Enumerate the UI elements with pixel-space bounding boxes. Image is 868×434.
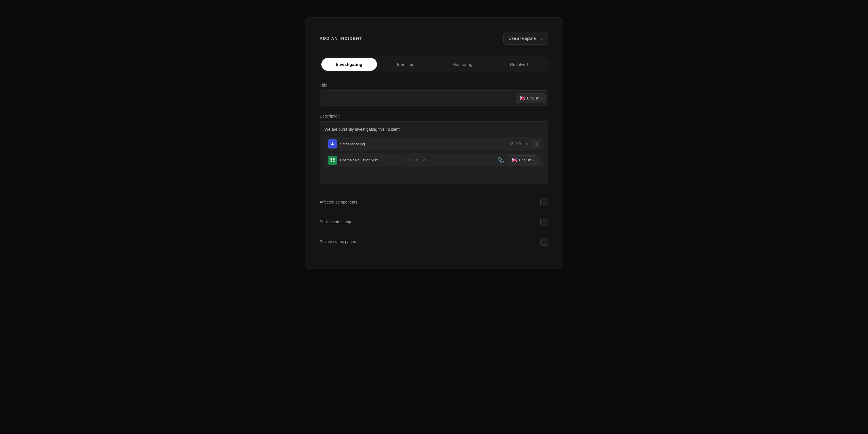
affected-components-row: Affected components [320, 192, 548, 212]
screenshot-file-size: 85.9KB [510, 142, 521, 146]
description-lang-selector[interactable]: 🇬🇧 English › [508, 155, 538, 165]
public-status-pages-label: Public status pages [320, 220, 354, 224]
tab-monitoring[interactable]: Monitoring [435, 58, 490, 71]
tab-resolved[interactable]: Resolved [491, 58, 547, 71]
modal-title: ADD AN INCIDENT [320, 36, 362, 41]
description-wrapper[interactable]: We are currently investigating this inci… [320, 121, 548, 184]
affected-components-toggle[interactable] [540, 198, 548, 206]
file-item-xlsx: Uptime calculation.xlsx 14.3KB × 📎 🇬🇧 En… [324, 153, 544, 167]
svg-rect-1 [331, 158, 332, 160]
tab-investigating[interactable]: Investigating [321, 58, 377, 71]
tab-identified[interactable]: Identified [378, 58, 434, 71]
svg-rect-3 [331, 160, 332, 162]
template-button-label: Use a template [509, 36, 536, 41]
description-flag-icon: 🇬🇧 [512, 157, 518, 163]
description-label: Description [320, 114, 548, 118]
file-item-screenshot: Screenshot.jpg 85.9KB × ↑ [324, 137, 544, 151]
title-section: Title 🇬🇧 English › [320, 83, 548, 106]
status-tabs: Investigating Identified Monitoring Reso… [320, 56, 548, 72]
xlsx-file-name: Uptime calculation.xlsx [340, 158, 404, 162]
chevron-down-icon: ⌄ [539, 35, 543, 41]
screenshot-file-name: Screenshot.jpg [340, 142, 507, 146]
xlsx-remove-button[interactable]: × [421, 157, 427, 163]
title-label: Title [320, 83, 548, 87]
description-chevron-icon: › [533, 158, 534, 162]
screenshot-remove-button[interactable]: × [524, 141, 530, 147]
title-field-wrapper: 🇬🇧 English › [320, 90, 548, 106]
page-wrapper: ADD AN INCIDENT Use a template ⌄ Investi… [0, 0, 868, 434]
uk-flag-icon: 🇬🇧 [520, 95, 525, 101]
public-status-pages-toggle[interactable] [540, 218, 548, 226]
description-section: Description We are currently investigati… [320, 114, 548, 184]
description-text: We are currently investigating this inci… [324, 126, 544, 132]
settings-section: Affected components Public status pages … [320, 192, 548, 251]
description-lang-label: English [519, 158, 531, 162]
modal-header: ADD AN INCIDENT Use a template ⌄ [320, 32, 548, 45]
attach-icon[interactable]: 📎 [496, 156, 505, 164]
upload-icon: ↑ [535, 141, 537, 146]
screenshot-upload-button[interactable]: ↑ [533, 140, 540, 148]
private-status-pages-row: Private status pages [320, 232, 548, 251]
chevron-right-icon: › [541, 96, 542, 100]
svg-rect-4 [333, 160, 335, 162]
file-list: Screenshot.jpg 85.9KB × ↑ [324, 137, 544, 167]
title-input[interactable] [320, 91, 516, 105]
use-template-button[interactable]: Use a template ⌄ [503, 32, 548, 45]
title-lang-label: English [527, 96, 539, 100]
svg-rect-2 [333, 158, 335, 160]
public-status-pages-row: Public status pages [320, 212, 548, 232]
private-status-pages-label: Private status pages [320, 239, 356, 244]
add-incident-modal: ADD AN INCIDENT Use a template ⌄ Investi… [305, 17, 563, 269]
xlsx-file-size: 14.3KB [407, 158, 418, 162]
affected-components-label: Affected components [320, 200, 357, 205]
xlsx-file-icon [328, 156, 337, 165]
screenshot-file-icon [328, 139, 337, 149]
private-status-pages-toggle[interactable] [540, 238, 548, 246]
title-lang-selector[interactable]: 🇬🇧 English › [516, 93, 546, 103]
